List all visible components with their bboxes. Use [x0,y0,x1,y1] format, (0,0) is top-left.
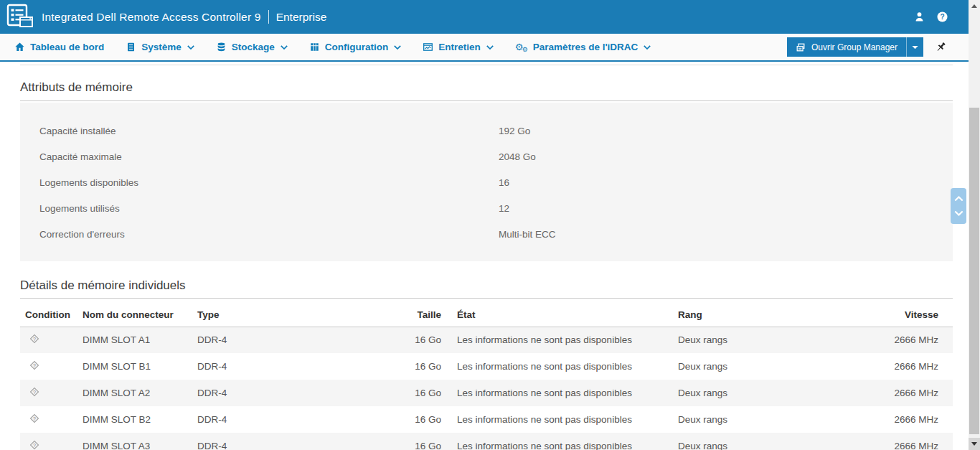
cell-size: 16 Go [413,380,441,406]
group-manager-dropdown-button[interactable] [906,37,923,57]
idrac-settings-icon: ⚙⚙ [515,42,528,53]
cell-type: DDR-4 [197,406,413,433]
attribute-label: Logements utilisés [39,203,499,214]
attribute-label: Capacité installée [39,126,499,136]
memory-details-title: Détails de mémoire individuels [20,261,953,299]
page-scroll-widget [951,188,966,224]
table-header-row: Condition Nom du connecteur Type Taille … [20,303,953,327]
cell-type: DDR-4 [197,353,413,380]
scrollbar-thumb[interactable] [969,108,979,434]
cell-size: 16 Go [413,433,441,450]
maintenance-icon [423,42,433,52]
col-header-connector: Nom du connecteur [83,303,197,327]
user-icon[interactable] [913,11,925,23]
scroll-down-button[interactable] [954,210,963,216]
attribute-label: Capacité maximale [39,151,499,162]
nav-item-dashboard[interactable]: Tableau de bord [14,42,104,52]
pushpin-icon[interactable] [935,41,947,53]
svg-text:?: ? [33,390,36,395]
cell-type: DDR-4 [197,380,413,406]
nav-item-label: Système [141,42,182,52]
scroll-up-button[interactable] [954,196,963,202]
table-row: ? DIMM SLOT A2 DDR-4 16 Go Les informati… [20,380,953,406]
nav-item-system[interactable]: Système [126,42,194,52]
chevron-down-icon [281,45,288,50]
svg-text:?: ? [940,13,944,21]
svg-text:?: ? [33,337,36,342]
nav-item-label: Tableau de bord [30,42,104,52]
system-icon [126,42,136,52]
nav-item-idrac-settings[interactable]: ⚙⚙ Paramètres de l'iDRAC [515,42,651,53]
scrollbar-up-arrow[interactable] [969,0,980,12]
storage-icon [216,42,227,52]
nav-right-actions: Ouvrir Group Manager [787,37,969,57]
attribute-value: 16 [499,177,509,188]
cell-type: DDR-4 [197,433,413,450]
cell-size: 16 Go [413,327,441,353]
nav-item-label: Paramètres de l'iDRAC [533,42,639,52]
nav-item-label: Configuration [325,42,388,52]
cell-connector: DIMM SLOT B1 [83,353,197,380]
cell-state: Les informations ne sont pas disponibles [441,327,678,353]
cell-size: 16 Go [413,353,441,380]
nav-item-label: Stockage [232,42,275,52]
attribute-row: Capacité maximale 2048 Go [20,144,953,169]
cell-rank: Deux rangs [678,406,893,433]
cell-speed: 2666 MHz [893,380,953,406]
nav-item-maintenance[interactable]: Entretien [423,42,494,52]
col-header-size: Taille [413,303,441,327]
unknown-status-icon: ? [29,413,40,424]
memory-attributes-title: Attributs de mémoire [20,65,953,101]
chevron-down-icon [954,210,963,216]
cell-rank: Deux rangs [678,353,893,380]
cell-state: Les informations ne sont pas disponibles [441,406,678,433]
col-header-condition: Condition [20,303,83,327]
configuration-icon [309,42,320,52]
svg-text:?: ? [33,416,36,422]
col-header-type: Type [197,303,413,327]
unknown-status-icon: ? [29,439,40,450]
cell-speed: 2666 MHz [893,406,953,433]
nav-item-configuration[interactable]: Configuration [309,42,401,52]
attribute-value: 12 [499,203,509,214]
nav-item-label: Entretien [438,42,481,52]
attribute-row: Logements utilisés 12 [20,195,953,221]
chevron-down-icon [486,45,494,50]
cell-connector: DIMM SLOT A2 [83,380,197,406]
attribute-value: 2048 Go [499,151,536,162]
group-manager-icon [796,42,806,52]
cell-rank: Deux rangs [678,433,893,450]
chevron-down-icon [644,45,651,50]
unknown-status-icon: ? [29,386,40,398]
cell-connector: DIMM SLOT B2 [83,406,197,433]
help-icon[interactable]: ? [936,11,948,23]
app-title: Integrated Dell Remote Access Controller… [42,11,261,24]
open-group-manager-label: Ouvrir Group Manager [811,42,897,52]
app-edition: Enterprise [276,11,327,24]
scrollbar-down-arrow[interactable] [969,438,980,450]
open-group-manager-button[interactable]: Ouvrir Group Manager [787,37,906,57]
home-icon [14,42,25,52]
chevron-down-icon [394,45,401,50]
table-row: ? DIMM SLOT B2 DDR-4 16 Go Les informati… [20,406,953,433]
attribute-row: Correction d'erreurs Multi-bit ECC [20,221,953,247]
cell-speed: 2666 MHz [893,327,953,353]
cell-size: 16 Go [413,406,441,433]
group-manager-button-group: Ouvrir Group Manager [787,37,923,57]
cell-state: Les informations ne sont pas disponibles [441,380,678,406]
memory-attributes-panel: Capacité installée 192 Go Capacité maxim… [20,103,953,261]
col-header-state: État [441,303,678,327]
idrac-page: Integrated Dell Remote Access Controller… [0,0,969,450]
header-actions: ? [913,11,969,23]
svg-text:?: ? [33,363,36,369]
cell-rank: Deux rangs [678,380,893,406]
title-divider [268,10,269,24]
caret-down-icon [912,45,918,50]
attribute-value: Multi-bit ECC [499,229,556,240]
cell-state: Les informations ne sont pas disponibles [441,353,678,380]
main-content: Attributs de mémoire Capacité installée … [20,65,953,450]
attribute-row: Capacité installée 192 Go [20,118,953,144]
unknown-status-icon: ? [29,333,40,344]
idrac-logo-icon [6,3,34,32]
nav-item-storage[interactable]: Stockage [216,42,288,52]
